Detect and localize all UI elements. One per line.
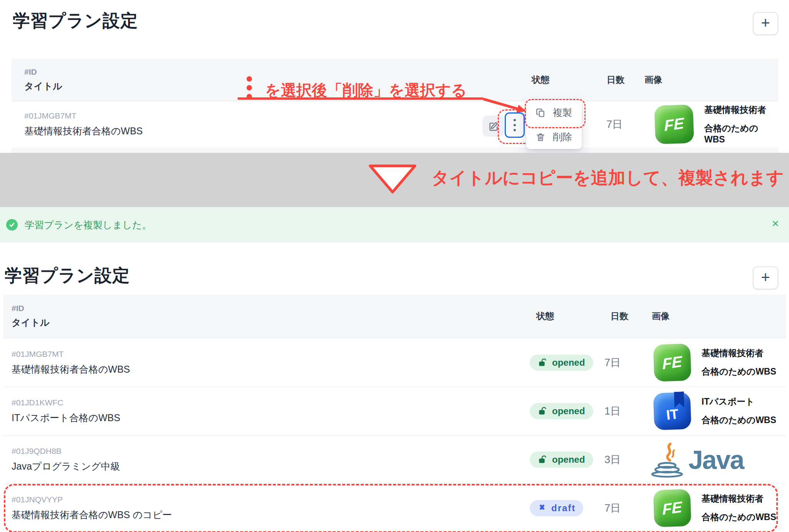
- plan-id: #01J9QDH8B: [12, 447, 530, 456]
- column-days: 日数: [605, 74, 643, 86]
- status-badge: opened: [530, 452, 593, 468]
- page-title: 学習プラン設定: [13, 9, 138, 32]
- page: 学習プラン設定 + #ID タイトル 状態 日数 画像 #01JMGB7MT 基…: [0, 0, 789, 532]
- toast-close-button[interactable]: ×: [772, 217, 779, 229]
- plan-id: #01JNQVYYP: [12, 495, 530, 504]
- it-letters: IT: [665, 406, 679, 423]
- image-caption: ITパスポート 合格のためのWBS: [702, 396, 776, 426]
- table-header: #ID タイトル 状態 日数 画像: [3, 294, 786, 338]
- table-row: #01J9QDH8B Javaプログラミング中級 opened 3日: [3, 435, 786, 483]
- plan-title: 基礎情報技術者合格のWBS のコピー: [12, 509, 530, 521]
- plan-id: #01JD1KWFC: [12, 398, 530, 407]
- plan-image: IT ITパスポート 合格のためのWBS: [641, 393, 786, 430]
- annotation-text: を選択後「削除」を選択する: [265, 82, 467, 98]
- trash-icon: [536, 132, 546, 142]
- toast-message: 学習プランを複製しました。: [25, 219, 152, 231]
- check-icon: [6, 219, 18, 231]
- column-status: 状態: [530, 310, 603, 322]
- lock-open-icon: [538, 358, 547, 367]
- image-caption-line2: 合格のためのWBS: [702, 414, 776, 426]
- days-value: 7日: [605, 117, 643, 131]
- pencils-icon: [537, 504, 547, 513]
- status-cell: opened: [530, 403, 603, 419]
- status-badge: opened: [530, 403, 593, 419]
- table-footer-strip: [12, 147, 778, 153]
- plans-table-before: #ID タイトル 状態 日数 画像 #01JMGB7MT 基礎情報技術者合格のW…: [12, 59, 778, 153]
- table-row: #01JD1KWFC ITパスポート合格のWBS opened 1日 IT: [3, 386, 786, 435]
- column-title: タイトル: [12, 316, 530, 329]
- fe-badge-icon: FE: [653, 343, 691, 381]
- plans-table-after: #ID タイトル 状態 日数 画像 #01JMGB7MT 基礎情報技術者合格のW…: [3, 294, 786, 532]
- menu-item-delete[interactable]: 削除: [526, 125, 582, 149]
- table-row: #01JMGB7MT 基礎情報技術者合格のWBS 7日 FE 基礎情報技術者 合…: [12, 101, 778, 147]
- java-wordmark: Java: [688, 445, 744, 475]
- days-value: 7日: [603, 501, 641, 515]
- table-row: #01JNQVYYP 基礎情報技術者合格のWBS のコピー draft 7日 F…: [3, 483, 786, 532]
- image-caption: 基礎情報技術者 合格のためのWBS: [702, 347, 776, 378]
- plan-cell: #01JMGB7MT 基礎情報技術者合格のWBS: [12, 350, 530, 376]
- lock-open-icon: [538, 455, 547, 464]
- status-cell: draft: [530, 500, 603, 516]
- image-caption-line2: 合格のためのWBS: [702, 511, 776, 523]
- header-id-title: #ID タイトル: [12, 304, 530, 329]
- plan-image: Java: [641, 440, 786, 479]
- java-logo-icon: Java: [650, 440, 744, 479]
- status-cell: opened: [530, 452, 603, 468]
- plan-title: 基礎情報技術者合格のWBS: [12, 363, 530, 376]
- status-label: opened: [552, 406, 585, 417]
- image-caption-line1: 基礎情報技術者: [702, 493, 776, 505]
- column-id: #ID: [24, 67, 532, 77]
- plan-image: FE 基礎情報技術者 合格のためのWBS: [641, 490, 786, 527]
- image-caption-line2: 合格のためのWBS: [704, 122, 778, 145]
- add-plan-button[interactable]: +: [753, 266, 778, 289]
- fe-letters: FE: [662, 353, 683, 373]
- success-toast: 学習プランを複製しました。 ×: [0, 207, 789, 243]
- fe-letters: FE: [662, 498, 683, 518]
- days-value: 3日: [603, 453, 641, 467]
- column-days: 日数: [603, 310, 641, 322]
- plan-image: FE 基礎情報技術者 合格のためのWBS: [641, 344, 786, 381]
- image-caption: 基礎情報技術者 合格のためのWBS: [704, 104, 778, 145]
- status-cell: opened: [530, 355, 603, 371]
- annotation-dot-icon: [247, 94, 252, 99]
- status-label: opened: [552, 454, 585, 465]
- menu-item-duplicate[interactable]: 複製: [526, 100, 582, 125]
- plus-icon: +: [761, 269, 770, 285]
- triangle-down-icon: [367, 163, 418, 195]
- it-badge-icon: IT: [653, 392, 691, 430]
- plan-cell: #01J9QDH8B Javaプログラミング中級: [12, 447, 530, 473]
- image-caption-line1: 基礎情報技術者: [704, 104, 778, 116]
- plus-icon: +: [761, 15, 770, 30]
- add-plan-button[interactable]: +: [753, 12, 778, 35]
- column-status: 状態: [532, 74, 605, 86]
- edit-plan-button[interactable]: [483, 115, 504, 137]
- fe-letters: FE: [664, 114, 685, 134]
- status-label: opened: [552, 357, 585, 368]
- column-image: 画像: [641, 310, 786, 322]
- days-value: 1日: [603, 404, 641, 418]
- lock-open-icon: [538, 407, 547, 416]
- status-label: draft: [551, 503, 576, 514]
- column-id: #ID: [12, 304, 530, 313]
- plan-image: FE 基礎情報技術者 合格のためのWBS: [643, 104, 778, 145]
- status-badge: draft: [530, 500, 583, 516]
- plan-title: 基礎情報技術者合格のWBS: [24, 125, 532, 137]
- page-title: 学習プラン設定: [5, 264, 130, 287]
- days-value: 7日: [603, 356, 641, 370]
- status-badge: opened: [530, 355, 593, 371]
- plan-id: #01JMGB7MT: [12, 350, 530, 359]
- annotation-dot-icon: [247, 76, 252, 82]
- context-menu: 複製 削除: [526, 100, 582, 149]
- image-caption-line1: 基礎情報技術者: [702, 347, 776, 359]
- plan-cell: #01JMGB7MT 基礎情報技術者合格のWBS: [24, 111, 532, 137]
- section-after: 学習プラン設定 + #ID タイトル 状態 日数 画像 #01JMGB7MT 基…: [0, 243, 789, 532]
- divider-band: タイトルにコピーを追加して、複製されます: [0, 153, 789, 207]
- plan-title: Javaプログラミング中級: [12, 460, 530, 473]
- fe-badge-icon: FE: [653, 489, 691, 527]
- divider-note: タイトルにコピーを追加して、複製されます: [431, 169, 784, 186]
- edit-icon: [488, 121, 499, 132]
- column-image: 画像: [643, 74, 778, 86]
- image-caption-line2: 合格のためのWBS: [702, 366, 776, 378]
- image-caption: 基礎情報技術者 合格のためのWBS: [702, 493, 776, 523]
- kebab-menu-button[interactable]: [505, 112, 525, 138]
